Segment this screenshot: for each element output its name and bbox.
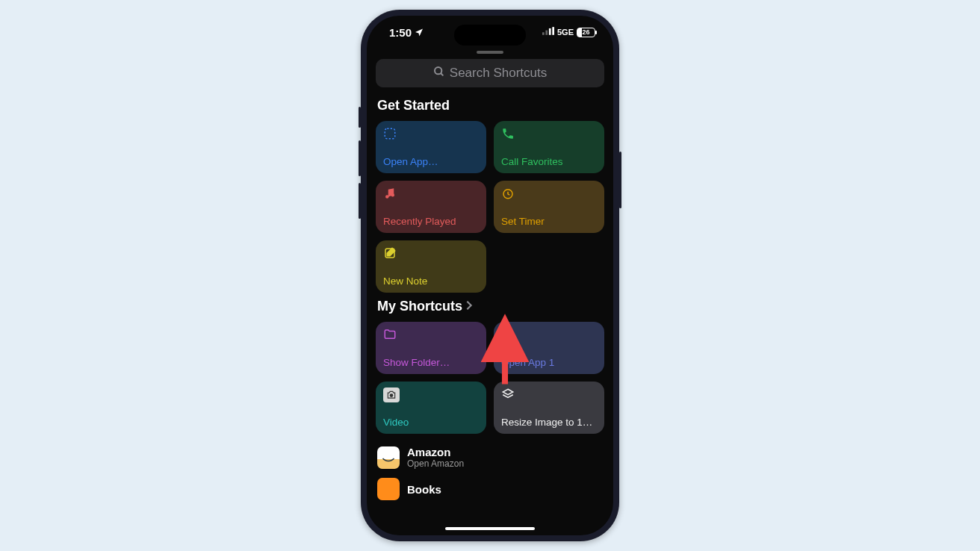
books-app-icon (377, 478, 400, 500)
tile-label: Show Folder… (383, 357, 479, 368)
timer-icon (501, 187, 515, 200)
tile-label: Open App 1 (501, 357, 597, 368)
tile-label: Video (383, 417, 479, 428)
amazon-app-icon (377, 446, 400, 469)
music-note-icon (383, 187, 397, 200)
stack-icon (501, 328, 515, 341)
sheet-grabber[interactable] (477, 51, 503, 54)
tile-open-app-1[interactable]: Open App 1 (494, 322, 604, 374)
home-indicator[interactable] (445, 527, 535, 531)
tile-label: Set Timer (501, 216, 597, 227)
tile-call-favorites[interactable]: Call Favorites (494, 121, 604, 173)
svg-rect-3 (552, 27, 554, 35)
tile-recently-played[interactable]: Recently Played (376, 181, 486, 233)
list-item-subtitle: Open Amazon (407, 458, 464, 469)
camera-icon (383, 387, 400, 402)
signal-icon (542, 27, 554, 37)
svg-point-8 (391, 193, 395, 197)
dynamic-island (454, 25, 526, 46)
tile-label: Recently Played (383, 216, 479, 227)
tile-video[interactable]: Video (376, 382, 486, 434)
search-placeholder: Search Shortcuts (450, 66, 547, 81)
list-item-amazon[interactable]: Amazon Open Amazon (376, 441, 604, 473)
tile-set-timer[interactable]: Set Timer (494, 181, 604, 233)
section-my-shortcuts-label: My Shortcuts (377, 299, 462, 314)
status-time: 1:50 (389, 26, 412, 39)
folder-icon (383, 328, 397, 341)
svg-rect-6 (385, 128, 395, 139)
tile-label: Call Favorites (501, 156, 597, 167)
chevron-right-icon (465, 299, 473, 314)
svg-rect-2 (549, 28, 551, 35)
list-item-books[interactable]: Books (376, 473, 604, 505)
tile-label: Resize Image to 1… (501, 417, 597, 428)
svg-point-7 (385, 195, 389, 199)
section-my-shortcuts[interactable]: My Shortcuts (377, 299, 603, 314)
network-label: 5GE (557, 28, 574, 37)
list-item-title: Books (407, 483, 441, 496)
tile-show-folder[interactable]: Show Folder… (376, 322, 486, 374)
mute-switch (359, 107, 361, 128)
svg-point-11 (390, 393, 394, 397)
tile-resize-image[interactable]: Resize Image to 1… (494, 382, 604, 434)
volume-down-button (359, 183, 361, 219)
location-icon (415, 26, 424, 39)
svg-line-5 (441, 73, 443, 75)
tile-label: Open App… (383, 156, 479, 167)
tile-label: New Note (383, 276, 479, 287)
tile-open-app[interactable]: Open App… (376, 121, 486, 173)
dashed-square-icon (383, 127, 397, 140)
svg-point-4 (435, 67, 441, 74)
compose-icon (383, 246, 397, 260)
battery-icon: 26 (577, 28, 595, 37)
volume-up-button (359, 140, 361, 176)
screen: 1:50 5GE 26 Search Shortcuts G (367, 16, 613, 535)
section-get-started: Get Started (377, 98, 603, 113)
stack-icon (501, 387, 515, 401)
phone-frame: 1:50 5GE 26 Search Shortcuts G (361, 10, 619, 541)
svg-rect-0 (542, 32, 545, 35)
phone-icon (501, 127, 515, 140)
svg-rect-1 (545, 31, 548, 35)
tile-new-note[interactable]: New Note (376, 240, 486, 293)
list-item-title: Amazon (407, 446, 464, 458)
search-icon (433, 66, 445, 81)
search-field[interactable]: Search Shortcuts (376, 59, 604, 87)
side-button (619, 152, 621, 208)
